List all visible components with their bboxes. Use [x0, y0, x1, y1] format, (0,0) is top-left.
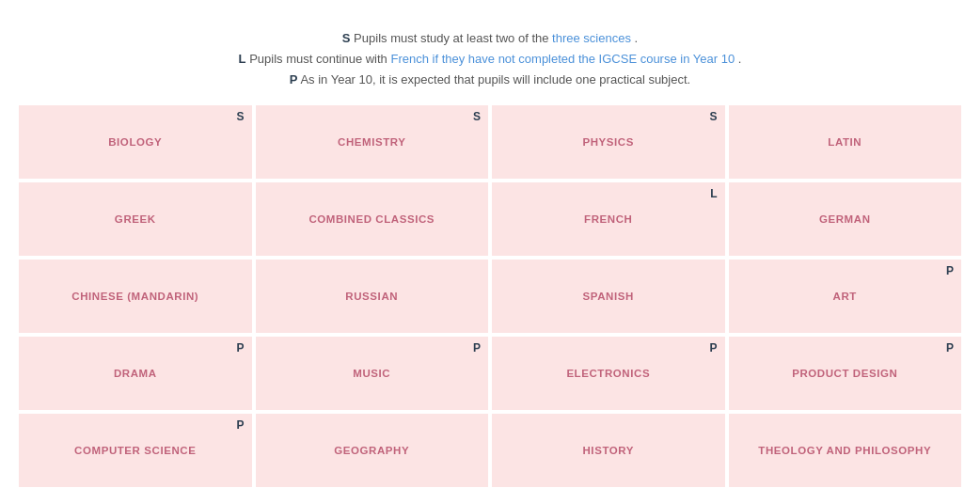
subject-label: SPANISH [574, 291, 643, 302]
note-l-after: . [738, 52, 742, 66]
subject-cell: SPANISH [492, 260, 725, 333]
subject-cell: PCOMPUTER SCIENCE [19, 414, 252, 487]
subject-label: ART [824, 291, 866, 302]
subject-badge: P [946, 264, 954, 277]
note-p-label: P [290, 72, 298, 87]
subject-cell: PPRODUCT DESIGN [729, 337, 962, 410]
note-s: S Pupils must study at least two of the … [19, 28, 961, 49]
subject-cell: GEOGRAPHY [256, 414, 489, 487]
subject-cell: GERMAN [729, 182, 962, 256]
note-l-highlight: French if they have not completed the IG… [390, 52, 735, 66]
notes-section: S Pupils must study at least two of the … [19, 28, 961, 90]
subject-cell: PART [729, 260, 962, 333]
subject-label: RUSSIAN [336, 291, 407, 302]
subject-badge: L [710, 187, 717, 200]
subject-label: DRAMA [104, 368, 166, 379]
subject-cell: HISTORY [492, 414, 725, 487]
subject-label: FRENCH [575, 213, 641, 225]
subject-badge: P [946, 341, 954, 354]
note-l: L Pupils must continue with French if th… [19, 49, 961, 70]
subject-label: GREEK [105, 213, 166, 225]
subjects-grid: SBIOLOGYSCHEMISTRYSPHYSICSLATINGREEKCOMB… [19, 105, 961, 487]
subject-badge: P [236, 341, 244, 354]
subject-label: THEOLOGY AND PHILOSOPHY [749, 445, 940, 456]
subject-cell: GREEK [19, 182, 252, 256]
subject-label: GEOGRAPHY [324, 445, 419, 456]
note-s-highlight: three sciences [552, 31, 631, 45]
subject-label: LATIN [818, 136, 871, 148]
subject-badge: S [236, 110, 244, 123]
subject-badge: S [473, 110, 481, 123]
note-s-after: . [635, 31, 639, 45]
subject-cell: COMBINED CLASSICS [256, 182, 489, 256]
note-p: P As in Year 10, it is expected that pup… [19, 70, 961, 90]
subject-label: PHYSICS [573, 136, 643, 148]
subject-label: COMBINED CLASSICS [299, 213, 444, 225]
subject-cell: CHINESE (MANDARIN) [19, 260, 252, 333]
subject-cell: RUSSIAN [256, 260, 489, 333]
subject-cell: PELECTRONICS [492, 337, 725, 410]
subject-label: MUSIC [343, 368, 400, 379]
note-p-text: As in Year 10, it is expected that pupil… [300, 72, 690, 87]
note-s-text: Pupils must study at least two of the [354, 31, 552, 45]
subject-cell: SCHEMISTRY [256, 105, 489, 179]
note-l-label: L [239, 52, 246, 66]
note-l-text: Pupils must continue with [249, 52, 390, 66]
subject-badge: P [473, 341, 481, 354]
subject-cell: LFRENCH [492, 182, 725, 256]
subject-badge: P [236, 418, 244, 432]
subject-cell: SBIOLOGY [19, 105, 252, 179]
subject-badge: P [709, 341, 717, 354]
subject-label: CHEMISTRY [328, 136, 415, 148]
subject-cell: SPHYSICS [492, 105, 725, 179]
subject-cell: LATIN [729, 105, 962, 179]
subject-cell: THEOLOGY AND PHILOSOPHY [729, 414, 962, 487]
subject-label: HISTORY [573, 445, 643, 456]
subject-badge: S [709, 110, 717, 123]
subject-label: ELECTRONICS [557, 368, 659, 379]
subject-label: PRODUCT DESIGN [782, 368, 907, 379]
subject-cell: PDRAMA [19, 337, 252, 410]
subject-label: BIOLOGY [99, 136, 171, 148]
note-s-label: S [342, 31, 351, 45]
subject-label: COMPUTER SCIENCE [65, 445, 205, 456]
subject-label: CHINESE (MANDARIN) [62, 291, 208, 302]
subject-label: GERMAN [810, 213, 880, 225]
subject-cell: PMUSIC [256, 337, 489, 410]
